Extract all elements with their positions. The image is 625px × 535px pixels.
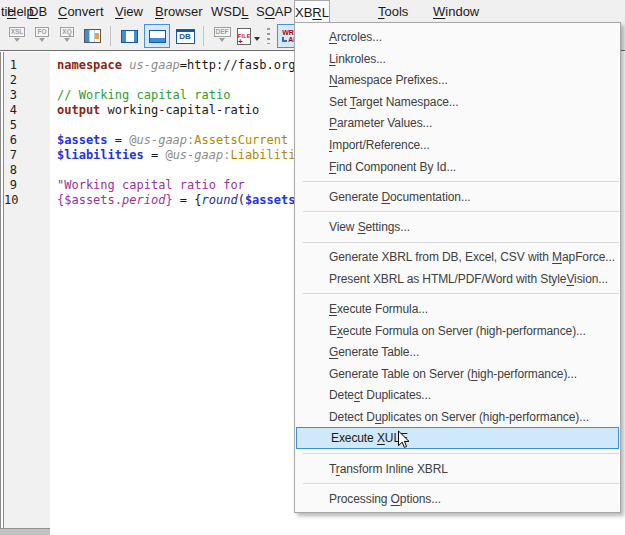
menu-separator (303, 181, 619, 182)
menubar-item-tools[interactable]: Tools (371, 0, 415, 22)
line-number: 4 (4, 103, 17, 118)
def-icon-label: DEF (214, 27, 231, 37)
xbrl-dropdown-menu: Arcroles...Linkroles...Namespace Prefixe… (294, 22, 621, 513)
xsl-icon-label: XSL (9, 27, 26, 37)
menubar-item-view[interactable]: View (108, 0, 150, 22)
database-view-icon[interactable]: DB (175, 25, 195, 47)
menubar-item-convert[interactable]: Convert (51, 0, 111, 22)
menu-item-generate-xbrl-from-db-excel-csv-with-mapforce[interactable]: Generate XBRL from DB, Excel, CSV with M… (295, 246, 620, 268)
menubar-item-xbrl[interactable]: XBRL (294, 0, 330, 23)
xquery-execution-icon[interactable]: XQ (57, 25, 77, 47)
down-arrow-icon (219, 38, 225, 45)
return-arrow-icon (282, 37, 287, 42)
menu-separator (303, 211, 619, 212)
menubar-item-soap[interactable]: SOAP (249, 0, 299, 22)
plus-icon: + (238, 37, 243, 46)
menu-separator (303, 483, 619, 484)
line-number-gutter: 12345678910 (4, 52, 50, 535)
menu-item-view-settings[interactable]: View Settings... (295, 216, 620, 238)
menu-item-generate-documentation[interactable]: Generate Documentation... (295, 186, 620, 208)
menu-separator (303, 293, 619, 294)
enhanced-grid-view-icon[interactable] (119, 25, 139, 47)
menu-item-generate-table-on-server-high-performance[interactable]: Generate Table on Server (high-performan… (295, 363, 620, 385)
menu-item-present-xbrl-as-html-pdf-word-with-stylevision[interactable]: Present XBRL as HTML/PDF/Word with Style… (295, 268, 620, 290)
menu-item-arcroles[interactable]: Arcroles... (295, 26, 620, 48)
menu-item-detect-duplicates[interactable]: Detect Duplicates... (295, 384, 620, 406)
down-arrow-icon (39, 38, 45, 45)
line-number: 8 (4, 163, 17, 178)
new-file-icon[interactable]: FILE + (237, 25, 260, 47)
line-number: 2 (4, 73, 17, 88)
menu-separator (303, 453, 619, 454)
xsl-transformation-icon[interactable]: XSL (7, 25, 27, 47)
menu-item-parameter-values[interactable]: Parameter Values... (295, 112, 620, 134)
xq-icon-label: XQ (60, 27, 73, 37)
line-number: 10 (4, 193, 17, 208)
line-number: 9 (4, 178, 17, 193)
grid-columns-glyph (121, 30, 138, 43)
file-glyph: FILE + (237, 28, 251, 45)
menu-item-generate-table[interactable]: Generate Table... (295, 341, 620, 363)
xsl-fo-transformation-icon[interactable]: FO (32, 25, 52, 47)
grid-glyph (84, 29, 101, 43)
menu-item-execute-xule[interactable]: Execute XULE (296, 427, 619, 449)
toolbar-separator (203, 26, 204, 46)
grid-view-icon[interactable] (82, 25, 102, 47)
menu-item-detect-duplicates-on-server-high-performance[interactable]: Detect Duplicates on Server (high-perfor… (295, 406, 620, 428)
xmlspy-window: ticDBConvertViewBrowserWSDLSOAPXBRLTools… (0, 0, 625, 535)
menubar-item-window[interactable]: Window (426, 0, 486, 22)
menu-separator (303, 242, 619, 243)
menu-item-execute-formula[interactable]: Execute Formula... (295, 298, 620, 320)
menubar-item-help[interactable]: Help (0, 0, 41, 22)
line-number: 3 (4, 88, 17, 103)
toolbar-grip[interactable] (267, 28, 270, 44)
dropdown-caret-icon[interactable] (254, 37, 260, 44)
text-view-icon[interactable] (144, 24, 170, 48)
menu-item-find-component-by-id[interactable]: Find Component By Id... (295, 156, 620, 178)
db-icon-label: DB (176, 29, 195, 44)
toolbar-separator (110, 26, 111, 46)
down-arrow-icon (14, 38, 20, 45)
menubar-item-wsdl[interactable]: WSDL (204, 0, 256, 22)
menu-item-set-target-namespace[interactable]: Set Target Namespace... (295, 91, 620, 113)
menu-bar: ticDBConvertViewBrowserWSDLSOAPXBRLTools… (0, 0, 625, 22)
menu-item-transform-inline-xbrl[interactable]: Transform Inline XBRL (295, 458, 620, 480)
line-number: 1 (4, 58, 17, 73)
menu-item-namespace-prefixes[interactable]: Namespace Prefixes... (295, 69, 620, 91)
menu-item-linkroles[interactable]: Linkroles... (295, 48, 620, 70)
fo-icon-label: FO (35, 27, 48, 37)
text-window-glyph (149, 30, 166, 43)
menubar-item-browser[interactable]: Browser (148, 0, 210, 22)
line-number: 5 (4, 118, 17, 133)
menu-item-import-reference[interactable]: Import/Reference... (295, 134, 620, 156)
menu-item-execute-formula-on-server-high-performance[interactable]: Execute Formula on Server (high-performa… (295, 320, 620, 342)
mouse-cursor-icon (397, 430, 410, 450)
scrollbar-corner (0, 528, 50, 535)
menu-item-processing-options[interactable]: Processing Options... (295, 488, 620, 510)
down-arrow-icon (64, 38, 70, 45)
line-number: 7 (4, 148, 17, 163)
line-number: 6 (4, 133, 17, 148)
assign-definition-icon[interactable]: DEF (212, 25, 232, 47)
